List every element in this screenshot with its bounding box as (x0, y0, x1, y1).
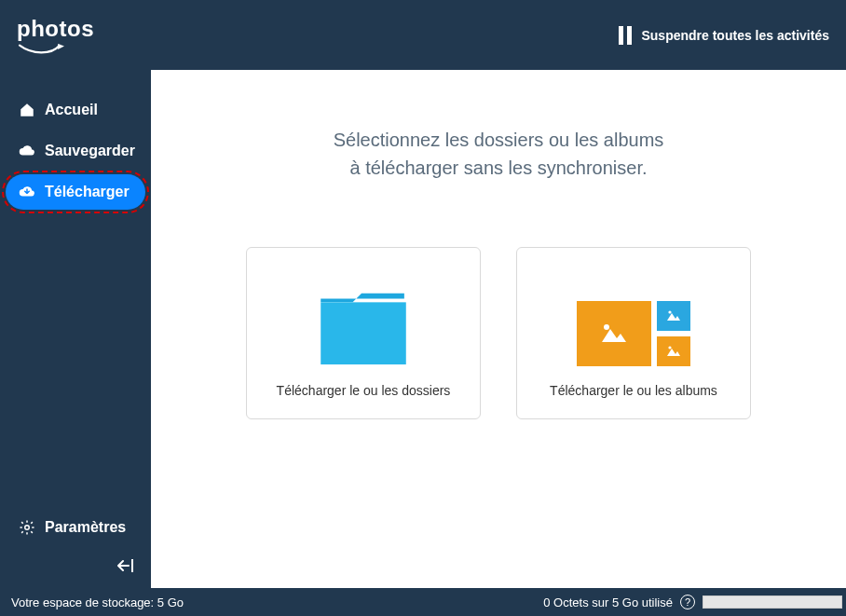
svg-marker-5 (667, 313, 680, 321)
gear-icon (19, 519, 35, 536)
svg-point-4 (604, 324, 609, 330)
sidebar-item-backup[interactable]: Sauvegarder (6, 133, 145, 169)
smile-icon (17, 44, 67, 55)
svg-point-8 (668, 346, 671, 349)
sidebar-item-label: Sauvegarder (45, 143, 135, 159)
sidebar-item-home[interactable]: Accueil (6, 92, 145, 128)
download-folders-card[interactable]: Télécharger le ou les dossiers (246, 247, 481, 419)
svg-point-0 (25, 526, 30, 530)
album-large-icon (577, 301, 651, 366)
suspend-label: Suspendre toutes les activités (641, 28, 829, 43)
lead-line-1: Sélectionnez les dossiers ou les albums (151, 126, 846, 154)
svg-marker-7 (667, 349, 680, 356)
help-icon[interactable]: ? (680, 595, 695, 609)
card-label: Télécharger le ou les albums (550, 383, 717, 398)
collapse-icon (117, 558, 138, 573)
svg-point-6 (668, 310, 671, 313)
app-logo: photos (17, 16, 94, 55)
card-label: Télécharger le ou les dossiers (277, 383, 451, 398)
cloud-icon (19, 143, 35, 159)
status-bar: Votre espace de stockage: 5 Go 0 Octets … (0, 588, 846, 616)
cloud-download-icon (19, 184, 35, 200)
storage-text: Votre espace de stockage: 5 Go (11, 595, 184, 609)
svg-rect-2 (321, 302, 406, 364)
app-header: photos Suspendre toutes les activités (0, 0, 846, 70)
storage-usage-block: 0 Octets sur 5 Go utilisé ? (543, 595, 842, 609)
pause-icon (619, 26, 632, 45)
svg-marker-3 (602, 329, 626, 342)
lead-text: Sélectionnez les dossiers ou les albums … (151, 126, 846, 182)
download-albums-card[interactable]: Télécharger le ou les albums (516, 247, 751, 419)
sidebar-item-label: Accueil (45, 102, 98, 118)
usage-text: 0 Octets sur 5 Go utilisé (543, 595, 673, 609)
content-area: Sélectionnez les dossiers ou les albums … (151, 70, 846, 588)
sidebar-item-download[interactable]: Télécharger (6, 174, 145, 210)
sidebar-item-settings[interactable]: Paramètres (6, 510, 145, 545)
albums-icon (577, 301, 690, 366)
main-row: Accueil Sauvegarder Télécharger (0, 70, 846, 588)
suspend-activities-button[interactable]: Suspendre toutes les activités (619, 26, 829, 45)
sidebar: Accueil Sauvegarder Télécharger (0, 70, 151, 588)
sidebar-nav: Accueil Sauvegarder Télécharger (0, 87, 151, 504)
lead-line-2: à télécharger sans les synchroniser. (151, 154, 846, 182)
sidebar-item-label: Paramètres (45, 519, 126, 536)
album-small-blue-icon (657, 301, 690, 331)
folder-icon (319, 290, 408, 366)
home-icon (19, 102, 35, 118)
collapse-sidebar-button[interactable] (0, 554, 151, 588)
logo-text: photos (17, 16, 94, 42)
storage-progress-bar (703, 595, 842, 609)
download-cards: Télécharger le ou les dossiers (151, 247, 846, 419)
album-small-orange-icon (657, 336, 690, 366)
sidebar-item-label: Télécharger (45, 184, 130, 200)
